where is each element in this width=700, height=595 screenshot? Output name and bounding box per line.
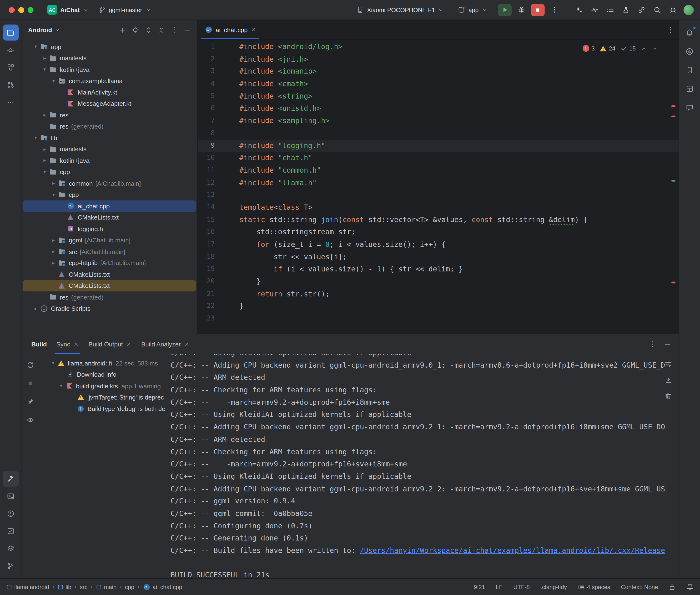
- run-configuration-selector[interactable]: app: [454, 4, 492, 15]
- project-view-selector[interactable]: Android: [28, 26, 52, 34]
- version-control-tool-icon[interactable]: [2, 558, 18, 574]
- zoom-window-button[interactable]: [28, 7, 33, 12]
- build-more-options-icon[interactable]: [646, 338, 658, 350]
- build-tab-build-output[interactable]: Build Output: [84, 334, 136, 354]
- chevron-right-icon[interactable]: ▸: [50, 180, 58, 186]
- chevron-down-icon[interactable]: ▾: [49, 360, 57, 366]
- panel-options-icon[interactable]: [168, 24, 180, 36]
- project-tree-item[interactable]: ▾app: [23, 41, 196, 52]
- project-tree-item[interactable]: Hlogging.h: [23, 223, 196, 234]
- code-line-5[interactable]: 5#include <string>: [198, 90, 678, 103]
- close-tab-icon[interactable]: [127, 342, 132, 347]
- chevron-right-icon[interactable]: ▸: [41, 112, 49, 118]
- project-widget[interactable]: AC AiChat: [43, 3, 93, 17]
- code-line-11[interactable]: 11#include "common.h": [198, 164, 678, 177]
- previous-issue-icon[interactable]: [641, 46, 647, 52]
- code-line-9[interactable]: 9#include "logging.h": [198, 140, 678, 152]
- chevron-down-icon[interactable]: ▾: [50, 192, 58, 198]
- search-everywhere-icon[interactable]: [651, 4, 663, 16]
- error-stripe-mark[interactable]: [671, 105, 675, 107]
- debug-button[interactable]: [514, 4, 528, 16]
- project-tree-item[interactable]: ▸common[AiChat.lib.main]: [23, 178, 196, 189]
- show-output-icon[interactable]: [25, 414, 36, 426]
- chevron-down-icon[interactable]: ▾: [41, 169, 49, 175]
- readonly-lock-icon[interactable]: [669, 584, 675, 590]
- code-line-10[interactable]: 10#include "chat.h": [198, 152, 678, 164]
- project-tree-item[interactable]: C+ai_chat.cpp: [23, 200, 196, 212]
- sync-project-icon[interactable]: [635, 4, 648, 16]
- breadcrumb-item[interactable]: src: [80, 584, 88, 590]
- code-line-19[interactable]: 19 if (i < values.size() - 1) { str << d…: [198, 263, 678, 276]
- stop-build-icon[interactable]: [25, 378, 36, 389]
- code-line-13[interactable]: 13: [198, 189, 678, 201]
- breadcrumb-item[interactable]: main: [96, 584, 117, 590]
- close-tab-icon[interactable]: [251, 27, 256, 32]
- project-tree-item[interactable]: ▾lib: [23, 132, 196, 144]
- project-tree-item[interactable]: CMakeLists.txt: [23, 268, 196, 280]
- structure-tool-icon[interactable]: [2, 59, 18, 75]
- project-tree-item[interactable]: ▸res: [23, 109, 196, 121]
- assistant-tool-icon[interactable]: [681, 100, 697, 115]
- project-tool-icon[interactable]: [2, 25, 18, 40]
- todo-tool-icon[interactable]: [2, 523, 18, 539]
- chevron-down-icon[interactable]: ▾: [32, 44, 40, 50]
- device-manager-icon[interactable]: [681, 62, 697, 78]
- project-tree-item[interactable]: ▸GGradle Scripts: [23, 303, 196, 314]
- chevron-right-icon[interactable]: ▸: [41, 146, 49, 152]
- line-separator[interactable]: LF: [496, 584, 503, 590]
- inspections-widget[interactable]: !3 24 15: [583, 42, 658, 55]
- code-line-4[interactable]: 4#include <cmath>: [198, 78, 678, 90]
- select-opened-file-icon[interactable]: [130, 24, 141, 36]
- project-tree-item[interactable]: ▾cpp: [23, 166, 196, 178]
- build-tree-item[interactable]: ▾build.gradle.ktsapp 1 warning: [39, 380, 166, 392]
- caret-position[interactable]: 9:21: [474, 584, 485, 590]
- run-button[interactable]: [498, 4, 512, 16]
- chevron-right-icon[interactable]: ▸: [50, 260, 58, 266]
- build-tree-item[interactable]: Download info: [39, 369, 166, 380]
- project-tree-item[interactable]: MainActivity.kt: [23, 87, 196, 98]
- change-stripe-mark[interactable]: [671, 180, 675, 181]
- minimize-window-button[interactable]: [18, 7, 24, 12]
- project-tree-item[interactable]: ▾cpp: [23, 189, 196, 200]
- indent-widget[interactable]: 4 spaces: [578, 584, 610, 590]
- code-line-17[interactable]: 17 for (size_t i = 0; i < values.size();…: [198, 238, 678, 251]
- code-line-15[interactable]: 15static std::string join(const std::vec…: [198, 214, 678, 226]
- project-tree-item[interactable]: ▸ggml[AiChat.lib.main]: [23, 234, 196, 246]
- close-tab-icon[interactable]: [184, 342, 189, 347]
- build-console[interactable]: C/C++: -- Using KleidiAI optimized kerne…: [166, 354, 678, 578]
- code-line-20[interactable]: 20 }: [198, 276, 678, 288]
- file-encoding[interactable]: UTF-8: [513, 584, 530, 590]
- commit-tool-icon[interactable]: [2, 42, 18, 58]
- code-line-8[interactable]: 8: [198, 127, 678, 140]
- chevron-down-icon[interactable]: ▾: [50, 78, 58, 84]
- error-stripe-mark[interactable]: [671, 282, 675, 283]
- build-tab-build-analyzer[interactable]: Build Analyzer: [136, 334, 194, 354]
- terminal-tool-icon[interactable]: [2, 488, 18, 504]
- code-line-2[interactable]: 2#include <jni.h>: [198, 53, 678, 65]
- todo-list-icon[interactable]: [604, 4, 616, 16]
- breadcrumb-item[interactable]: cpp: [125, 584, 134, 590]
- next-issue-icon[interactable]: [652, 46, 658, 52]
- settings-icon[interactable]: [666, 4, 679, 16]
- more-tool-windows-icon[interactable]: [2, 94, 18, 110]
- layout-inspector-icon[interactable]: [681, 81, 697, 97]
- project-tree-item[interactable]: ▾com.example.llama: [23, 75, 196, 87]
- chevron-right-icon[interactable]: ▸: [41, 158, 49, 163]
- user-avatar[interactable]: [682, 4, 695, 16]
- code-editor[interactable]: 1#include <android/log.h>2#include <jni.…: [198, 40, 678, 334]
- code-line-12[interactable]: 12#include "llama.h": [198, 176, 678, 189]
- project-tree-item[interactable]: ▾kotlin+java: [23, 64, 196, 75]
- hide-panel-icon[interactable]: [181, 24, 193, 36]
- clang-tidy-widget[interactable]: .clang-tidy: [540, 584, 567, 590]
- chevron-down-icon[interactable]: ▾: [57, 383, 65, 389]
- stop-button[interactable]: [531, 4, 545, 16]
- chevron-down-icon[interactable]: ▾: [32, 135, 40, 141]
- build-tree-item[interactable]: 'jvmTarget: String' is deprec: [39, 392, 166, 403]
- project-tree-item[interactable]: ▸manifests: [23, 52, 196, 64]
- new-item-icon[interactable]: [116, 24, 128, 36]
- chevron-right-icon[interactable]: ▸: [50, 237, 58, 243]
- collapse-all-icon[interactable]: [155, 24, 167, 36]
- build-tree-item[interactable]: BuildType 'debug' is both de: [39, 403, 166, 415]
- editor-tab[interactable]: C+ ai_chat.cpp: [200, 20, 261, 39]
- clear-console-icon[interactable]: [663, 391, 673, 401]
